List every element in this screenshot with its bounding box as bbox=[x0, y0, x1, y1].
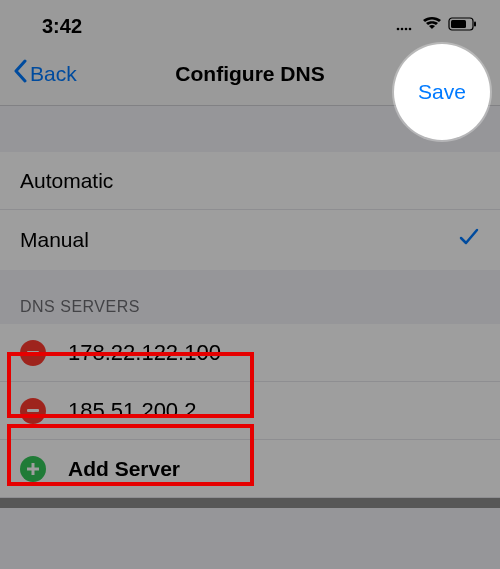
manual-option[interactable]: Manual bbox=[0, 210, 500, 270]
annotation-highlight bbox=[7, 424, 254, 486]
dns-section-header: DNS SERVERS bbox=[0, 270, 500, 324]
status-bar: 3:42 bbox=[0, 0, 500, 44]
save-spotlight: Save bbox=[394, 44, 490, 140]
save-button-highlight[interactable]: Save bbox=[418, 80, 466, 104]
status-icons bbox=[396, 17, 478, 35]
svg-point-1 bbox=[401, 28, 404, 31]
annotation-highlight bbox=[7, 352, 254, 418]
automatic-label: Automatic bbox=[20, 169, 113, 193]
automatic-option[interactable]: Automatic bbox=[0, 152, 500, 210]
svg-point-0 bbox=[397, 28, 400, 31]
checkmark-icon bbox=[458, 226, 480, 254]
svg-point-3 bbox=[409, 28, 412, 31]
svg-point-2 bbox=[405, 28, 408, 31]
svg-rect-5 bbox=[451, 20, 466, 28]
cellular-icon bbox=[396, 17, 416, 35]
bottom-spacer bbox=[0, 498, 500, 508]
config-mode-group: Automatic Manual bbox=[0, 152, 500, 270]
battery-icon bbox=[448, 17, 478, 35]
status-time: 3:42 bbox=[42, 15, 82, 38]
back-label: Back bbox=[30, 62, 77, 86]
back-button[interactable]: Back bbox=[12, 59, 77, 88]
manual-label: Manual bbox=[20, 228, 89, 252]
page-title: Configure DNS bbox=[175, 62, 324, 86]
chevron-left-icon bbox=[12, 59, 28, 88]
wifi-icon bbox=[422, 17, 442, 35]
svg-rect-6 bbox=[474, 22, 476, 27]
